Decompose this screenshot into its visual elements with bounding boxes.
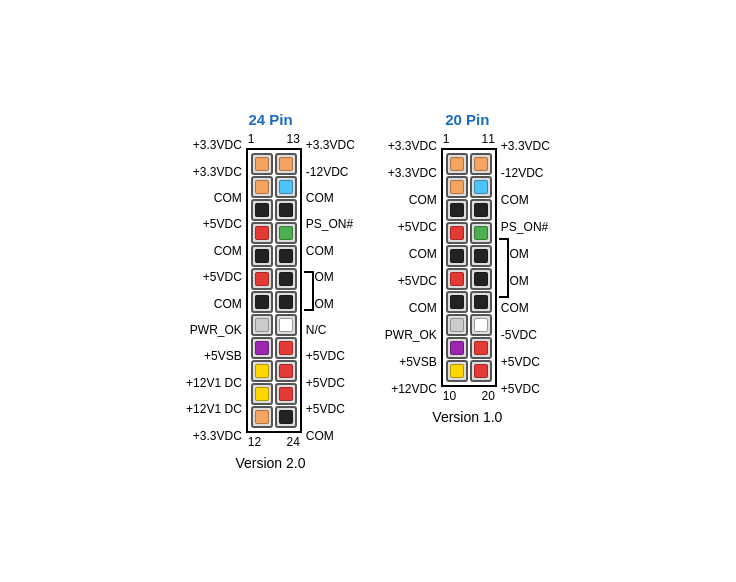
pin-row [446,222,492,244]
pin-left [446,199,468,221]
left-label: +3.3VDC [388,160,437,186]
pin-row [446,268,492,290]
pin-right [275,406,297,428]
pin-right [275,268,297,290]
right-label: N/C [306,317,327,343]
pin-row [251,337,297,359]
pin-right [275,337,297,359]
pin-row [251,153,297,175]
pin-row [446,199,492,221]
right-label: COM [306,238,334,264]
connector-20pin-version: Version 1.0 [432,409,502,425]
right-label: +3.3VDC [306,132,355,158]
pin-left [251,406,273,428]
left-label: +3.3VDC [193,132,242,158]
connector-20pin-layout: +3.3VDC+3.3VDCCOM+5VDCCOM+5VDCCOMPWR_OK+… [385,132,550,403]
pin-right [275,199,297,221]
pin-right [470,199,492,221]
pin-left [251,314,273,336]
pin-row [446,337,492,359]
right-label: PS_ON# [501,214,548,240]
pin-row [251,222,297,244]
left-label: +5VDC [398,268,437,294]
left-label: +12VDC [391,376,437,402]
pin-right [470,176,492,198]
pin-left [251,153,273,175]
left-label: +5VSB [399,349,437,375]
pin-row [251,199,297,221]
pin-right [275,153,297,175]
pin-left [446,314,468,336]
pin-left [446,291,468,313]
pin-numbers-top-24: 1 13 [246,132,302,146]
pin-right [470,222,492,244]
left-label: +5VDC [203,264,242,290]
connector-24pin-version: Version 2.0 [235,455,305,471]
left-label: PWR_OK [385,322,437,348]
pin-right [470,245,492,267]
right-label: +5VDC [306,370,345,396]
left-label: +12V1 DC [186,370,242,396]
right-label: PS_ON# [306,211,353,237]
pin-left [446,222,468,244]
pin-right [470,268,492,290]
pin-left [446,337,468,359]
pin-right [470,314,492,336]
left-label: +5VDC [398,214,437,240]
right-label: +5VDC [501,376,540,402]
connector-20pin: 20 Pin +3.3VDC+3.3VDCCOM+5VDCCOM+5VDCCOM… [385,111,550,425]
pin-row [446,153,492,175]
pin-row [251,268,297,290]
pin-left [251,268,273,290]
connector-24pin-title: 24 Pin [248,111,292,128]
right-label: -12VDC [501,160,544,186]
pin-row [446,245,492,267]
left-label: COM [214,185,242,211]
main-container: 24 Pin +3.3VDC+3.3VDCCOM+5VDCCOM+5VDCCOM… [186,111,550,471]
pin-left [251,360,273,382]
connector-24pin-body [246,148,302,433]
pin-row [251,383,297,405]
pin-right [275,222,297,244]
pin-left [251,245,273,267]
left-label: +3.3VDC [193,423,242,449]
pin-right [275,383,297,405]
left-label: +5VDC [203,211,242,237]
right-label: +5VDC [306,396,345,422]
right-label: COM [306,185,334,211]
left-label: PWR_OK [190,317,242,343]
left-label: COM [409,187,437,213]
connector-20pin-body-wrapper [441,148,497,387]
pin-right [470,153,492,175]
left-label: +3.3VDC [193,159,242,185]
notch-20pin [499,238,509,298]
left-label: +3.3VDC [388,133,437,159]
pin-left [446,360,468,382]
connector-24pin-left-labels: +3.3VDC+3.3VDCCOM+5VDCCOM+5VDCCOMPWR_OK+… [186,132,246,449]
pin-left [251,176,273,198]
connector-24pin: 24 Pin +3.3VDC+3.3VDCCOM+5VDCCOM+5VDCCOM… [186,111,355,471]
pin-right [275,360,297,382]
pin-right [275,314,297,336]
connector-20pin-left-labels: +3.3VDC+3.3VDCCOM+5VDCCOM+5VDCCOMPWR_OK+… [385,132,441,403]
pin-row [251,406,297,428]
pin-row [446,314,492,336]
pin-left [251,383,273,405]
pin-row [251,314,297,336]
pin-left [446,176,468,198]
connector-24pin-layout: +3.3VDC+3.3VDCCOM+5VDCCOM+5VDCCOMPWR_OK+… [186,132,355,449]
pin-right [470,291,492,313]
connector-24pin-body-wrapper [246,148,302,433]
pin-right [275,291,297,313]
connector-20pin-title: 20 Pin [445,111,489,128]
pin-right [470,360,492,382]
left-label: COM [409,295,437,321]
right-label: +5VDC [501,349,540,375]
pin-left [446,268,468,290]
pin-row [251,245,297,267]
pin-row [251,360,297,382]
notch-24pin [304,271,314,311]
pin-right [275,176,297,198]
left-label: COM [409,241,437,267]
right-label: COM [501,295,529,321]
